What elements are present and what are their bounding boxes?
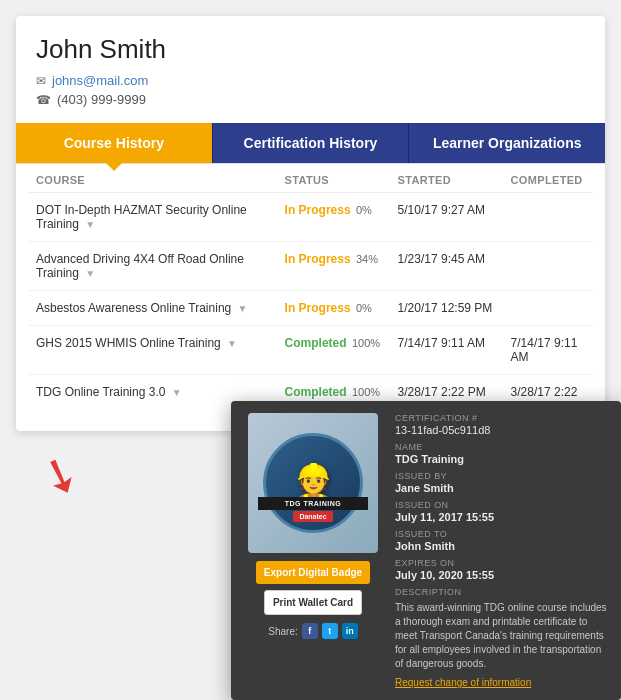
facebook-icon[interactable]: f (302, 623, 318, 639)
cert-issued-on-label: ISSUED ON (395, 500, 609, 510)
cell-course: Advanced Driving 4X4 Off Road Online Tra… (28, 242, 277, 291)
table-row[interactable]: GHS 2015 WHMIS Online Training ▼ Complet… (28, 326, 593, 375)
col-header-status: STATUS (277, 164, 390, 193)
cert-share: Share: f t in (268, 623, 357, 639)
col-header-started: STARTED (390, 164, 503, 193)
cell-status: In Progress 34% (277, 242, 390, 291)
user-email-row: ✉ johns@mail.com (36, 73, 585, 88)
cert-issued-by-value: Jane Smith (395, 482, 609, 494)
cell-completed: 7/14/17 9:11 AM (503, 326, 593, 375)
table-row[interactable]: DOT In-Depth HAZMAT Security Online Trai… (28, 193, 593, 242)
tabs: Course History Certification History Lea… (16, 123, 605, 164)
cert-name-label: NAME (395, 442, 609, 452)
cert-expires-value: July 10, 2020 15:55 (395, 569, 609, 581)
cell-started: 7/14/17 9:11 AM (390, 326, 503, 375)
user-name: John Smith (36, 34, 585, 65)
col-header-course: COURSE (28, 164, 277, 193)
table-row[interactable]: Advanced Driving 4X4 Off Road Online Tra… (28, 242, 593, 291)
cert-issued-on-field: ISSUED ON July 11, 2017 15:55 (395, 500, 609, 523)
cell-completed (503, 291, 593, 326)
cell-course: DOT In-Depth HAZMAT Security Online Trai… (28, 193, 277, 242)
table-wrap: COURSE STATUS STARTED COMPLETED DOT In-D… (16, 164, 605, 423)
cert-description-value: This award-winning TDG online course inc… (395, 601, 609, 671)
course-name: GHS 2015 WHMIS Online Training (36, 336, 221, 350)
phone-icon: ☎ (36, 93, 51, 107)
email-icon: ✉ (36, 74, 46, 88)
status-percent: 0% (356, 204, 372, 216)
cert-issued-by-field: ISSUED BY Jane Smith (395, 471, 609, 494)
cert-expires-field: EXPIRES ON July 10, 2020 15:55 (395, 558, 609, 581)
status-percent: 0% (356, 302, 372, 314)
chevron-down-icon: ▼ (85, 268, 95, 279)
tab-certification-history[interactable]: Certification History (213, 123, 410, 163)
linkedin-icon[interactable]: in (342, 623, 358, 639)
badge-ribbon: TDG TRAINING (258, 497, 368, 510)
chevron-down-icon: ▼ (85, 219, 95, 230)
status-badge: Completed (285, 385, 347, 399)
cert-details: CERTIFICATION # 13-11fad-05c911d8 NAME T… (395, 413, 609, 688)
status-badge: In Progress (285, 301, 351, 315)
cell-started: 1/23/17 9:45 AM (390, 242, 503, 291)
tab-learner-organizations[interactable]: Learner Organizations (409, 123, 605, 163)
cert-change-link[interactable]: Request change of information (395, 677, 609, 688)
cert-issued-to-value: John Smith (395, 540, 609, 552)
print-wallet-card-button[interactable]: Print Wallet Card (264, 590, 362, 615)
cert-buttons: Export Digital Badge Print Wallet Card (243, 561, 383, 615)
cell-completed (503, 193, 593, 242)
cert-issued-on-value: July 11, 2017 15:55 (395, 511, 609, 523)
cert-number-label: CERTIFICATION # (395, 413, 609, 423)
cert-description-label: DESCRIPTION (395, 587, 609, 597)
chevron-down-icon: ▼ (238, 303, 248, 314)
badge-circle: 👷 TDG TRAINING Danatec (263, 433, 363, 533)
cell-status: Completed 100% (277, 326, 390, 375)
chevron-down-icon: ▼ (172, 387, 182, 398)
cell-started: 5/10/17 9:27 AM (390, 193, 503, 242)
cert-number-field: CERTIFICATION # 13-11fad-05c911d8 (395, 413, 609, 436)
cert-name-value: TDG Training (395, 453, 609, 465)
cert-issued-to-label: ISSUED TO (395, 529, 609, 539)
course-name: TDG Online Training 3.0 (36, 385, 165, 399)
status-percent: 100% (352, 386, 380, 398)
cell-status: In Progress 0% (277, 193, 390, 242)
cell-status: In Progress 0% (277, 291, 390, 326)
cell-completed (503, 242, 593, 291)
cert-badge: 👷 TDG TRAINING Danatec (248, 413, 378, 553)
cert-image-section: 👷 TDG TRAINING Danatec Export Digital Ba… (243, 413, 383, 688)
cert-popup: 👷 TDG TRAINING Danatec Export Digital Ba… (231, 401, 621, 700)
arrow-indicator: ➘ (33, 447, 87, 506)
share-label: Share: (268, 626, 297, 637)
cert-name-field: NAME TDG Training (395, 442, 609, 465)
export-digital-badge-button[interactable]: Export Digital Badge (256, 561, 370, 584)
badge-logo: Danatec (293, 511, 332, 522)
user-header: John Smith ✉ johns@mail.com ☎ (403) 999-… (16, 16, 605, 123)
table-row[interactable]: Asbestos Awareness Online Training ▼ In … (28, 291, 593, 326)
chevron-down-icon: ▼ (227, 338, 237, 349)
cert-issued-to-field: ISSUED TO John Smith (395, 529, 609, 552)
user-phone: (403) 999-9999 (57, 92, 146, 107)
cert-issued-by-label: ISSUED BY (395, 471, 609, 481)
user-email[interactable]: johns@mail.com (52, 73, 148, 88)
course-name: DOT In-Depth HAZMAT Security Online Trai… (36, 203, 247, 231)
cell-course: Asbestos Awareness Online Training ▼ (28, 291, 277, 326)
tab-course-history[interactable]: Course History (16, 123, 213, 163)
course-table: COURSE STATUS STARTED COMPLETED DOT In-D… (28, 164, 593, 423)
main-card: John Smith ✉ johns@mail.com ☎ (403) 999-… (16, 16, 605, 431)
status-percent: 34% (356, 253, 378, 265)
cell-course: GHS 2015 WHMIS Online Training ▼ (28, 326, 277, 375)
status-badge: In Progress (285, 252, 351, 266)
col-header-completed: COMPLETED (503, 164, 593, 193)
status-badge: In Progress (285, 203, 351, 217)
status-percent: 100% (352, 337, 380, 349)
user-phone-row: ☎ (403) 999-9999 (36, 92, 585, 107)
course-name: Asbestos Awareness Online Training (36, 301, 231, 315)
cert-number-value: 13-11fad-05c911d8 (395, 424, 609, 436)
badge-worker-icon: 👷 (291, 465, 336, 501)
cert-expires-label: EXPIRES ON (395, 558, 609, 568)
course-name: Advanced Driving 4X4 Off Road Online Tra… (36, 252, 244, 280)
twitter-icon[interactable]: t (322, 623, 338, 639)
status-badge: Completed (285, 336, 347, 350)
cert-description-field: DESCRIPTION This award-winning TDG onlin… (395, 587, 609, 671)
cell-started: 1/20/17 12:59 PM (390, 291, 503, 326)
